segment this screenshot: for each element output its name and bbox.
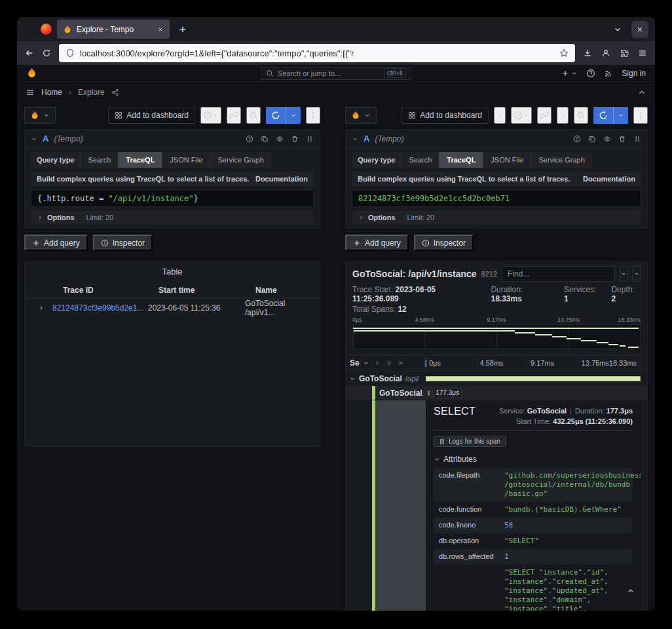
help-icon[interactable] — [586, 69, 595, 78]
collapse-children-icon[interactable] — [349, 375, 356, 382]
query-ref-id[interactable]: A — [364, 134, 369, 143]
attributes-toggle[interactable]: Attributes — [434, 455, 633, 464]
column-resize-handle[interactable]: ∥ — [424, 359, 428, 368]
col-start-time[interactable]: Start time — [148, 286, 245, 295]
logs-for-span-button[interactable]: Logs for this span — [434, 436, 506, 447]
tab-json-file[interactable]: JSON File — [162, 152, 210, 168]
scroll-top-icon[interactable] — [626, 586, 635, 596]
duplicate-query-icon[interactable] — [588, 135, 596, 143]
span-row-selected[interactable]: GoToSocial 177.3μs — [346, 386, 647, 400]
tab-search[interactable]: Search — [401, 152, 439, 168]
new-tab-button[interactable]: + — [175, 20, 191, 39]
traceql-code-editor[interactable]: 82124873cf3e99b5d2e1cc5d2bc0eb71 — [352, 190, 641, 207]
collapse-icon[interactable] — [31, 136, 37, 142]
table-row[interactable]: 82124873cf3e99b5d2e1... 2023-06-05 11:25… — [25, 298, 320, 316]
url-bar[interactable]: localhost:3000/explore?orgId=1&left={"da… — [59, 44, 575, 62]
collapse-up-icon[interactable] — [637, 88, 646, 97]
save-page-icon[interactable] — [583, 48, 592, 58]
collapse-icon[interactable] — [352, 136, 358, 142]
window-close-button[interactable] — [631, 21, 648, 38]
tab-traceql[interactable]: TraceQL — [118, 152, 162, 168]
info-icon — [422, 239, 430, 247]
inspector-button[interactable]: Inspector — [414, 235, 474, 251]
attribute-row: db.rows_affected 1 — [434, 549, 633, 565]
col-name[interactable]: Name — [245, 286, 314, 295]
tab-traceql[interactable]: TraceQL — [439, 152, 483, 168]
span-bar[interactable] — [426, 376, 641, 381]
query-options-row[interactable]: Options Limit: 20 — [352, 211, 641, 224]
shield-icon[interactable] — [65, 48, 75, 58]
extensions-icon[interactable] — [620, 48, 629, 58]
zoom-out-button[interactable] — [574, 107, 588, 124]
query-options-row[interactable]: Options Limit: 20 — [31, 211, 314, 224]
trace-minimap[interactable] — [352, 324, 641, 349]
service-operation-column-header[interactable]: Se ∥ — [346, 355, 426, 371]
documentation-link[interactable]: Documentation — [583, 175, 635, 183]
menu-icon[interactable] — [638, 48, 647, 58]
remove-query-icon[interactable] — [291, 135, 299, 143]
find-prev-button[interactable] — [633, 266, 641, 282]
expand-row-icon[interactable] — [38, 305, 45, 311]
add-to-dashboard-button[interactable]: Add to dashboard — [108, 107, 195, 124]
drag-handle-icon[interactable] — [633, 135, 641, 143]
trace-id-link[interactable]: 82124873cf3e99b5d2e1... — [52, 303, 148, 313]
datasource-picker[interactable] — [24, 107, 56, 124]
help-icon[interactable] — [246, 135, 253, 143]
copy-link-button[interactable] — [227, 107, 241, 124]
help-icon[interactable] — [573, 135, 581, 143]
drag-handle-icon[interactable] — [306, 135, 314, 143]
back-icon[interactable] — [25, 48, 34, 58]
kebab-menu-icon[interactable] — [633, 107, 648, 124]
span-row-root[interactable]: GoToSocial /api/ — [346, 372, 647, 386]
grafana-logo-icon[interactable] — [26, 67, 37, 79]
expand-one-icon[interactable] — [374, 360, 381, 366]
right-pane-toolbar: Add to dashboard — [345, 107, 648, 124]
query-ref-id[interactable]: A — [43, 134, 48, 143]
reload-icon[interactable] — [42, 48, 51, 58]
inspector-button[interactable]: Inspector — [93, 235, 153, 251]
breadcrumb-home[interactable]: Home — [41, 88, 62, 97]
add-query-button[interactable]: Add query — [24, 235, 88, 251]
widen-pane-right-button[interactable] — [557, 107, 569, 124]
collapse-all-icon[interactable] — [398, 360, 404, 366]
bookmark-star-icon[interactable] — [559, 48, 569, 58]
tab-json-file[interactable]: JSON File — [483, 152, 531, 168]
firefox-view-icon[interactable] — [41, 24, 52, 35]
time-picker-button[interactable] — [200, 107, 221, 124]
share-icon[interactable] — [111, 88, 119, 96]
kebab-menu-icon[interactable] — [306, 107, 320, 124]
search-input[interactable]: Search or jump to... ctrl+k — [261, 67, 411, 80]
minimap-span — [552, 336, 567, 337]
account-icon[interactable] — [601, 48, 610, 58]
tab-close-icon[interactable] — [157, 26, 164, 33]
remove-query-icon[interactable] — [618, 135, 626, 143]
disable-query-icon[interactable] — [276, 135, 284, 143]
tab-service-graph[interactable]: Service Graph — [210, 152, 271, 168]
span-bar[interactable] — [428, 391, 430, 396]
zoom-out-button[interactable] — [246, 107, 261, 124]
browser-tab[interactable]: Explore - Tempo — [57, 20, 170, 39]
disable-query-icon[interactable] — [603, 135, 611, 143]
add-query-button[interactable]: Add query — [345, 235, 409, 251]
expand-all-icon[interactable] — [386, 360, 392, 366]
list-tabs-icon[interactable] — [613, 25, 622, 34]
duplicate-query-icon[interactable] — [261, 135, 269, 143]
mega-menu-icon[interactable] — [26, 88, 35, 97]
copy-link-button[interactable] — [537, 107, 551, 124]
documentation-link[interactable]: Documentation — [255, 175, 308, 183]
run-query-button[interactable] — [266, 107, 301, 124]
news-icon[interactable] — [604, 69, 613, 78]
time-picker-button[interactable] — [511, 107, 532, 124]
add-to-dashboard-button[interactable]: Add to dashboard — [401, 107, 489, 124]
tab-search[interactable]: Search — [80, 152, 118, 168]
col-trace-id[interactable]: Trace ID — [52, 286, 148, 295]
sign-in-link[interactable]: Sign in — [622, 69, 646, 78]
find-input[interactable] — [502, 266, 615, 282]
run-query-button[interactable] — [593, 107, 628, 124]
new-menu-button[interactable] — [561, 69, 578, 77]
find-next-button[interactable] — [620, 266, 627, 282]
widen-pane-left-button[interactable] — [494, 107, 506, 124]
traceql-code-editor[interactable]: {.http.route = "/api/v1/instance"} — [31, 190, 314, 207]
datasource-picker[interactable] — [345, 107, 377, 124]
tab-service-graph[interactable]: Service Graph — [531, 152, 591, 168]
